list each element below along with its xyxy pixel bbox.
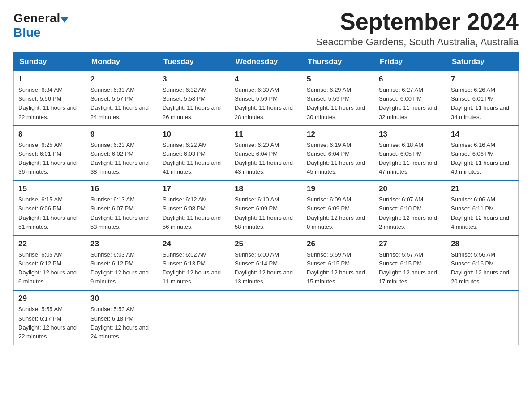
day-number: 21 [451, 184, 514, 193]
day-number: 26 [307, 240, 369, 248]
day-info: Sunrise: 6:18 AMSunset: 6:05 PMDaylight:… [379, 141, 442, 177]
calendar-cell: 18 Sunrise: 6:10 AMSunset: 6:09 PMDaylig… [230, 180, 302, 235]
logo-general: General [13, 11, 60, 26]
calendar-cell: 22 Sunrise: 6:05 AMSunset: 6:12 PMDaylig… [14, 235, 86, 291]
day-info: Sunrise: 6:27 AMSunset: 6:00 PMDaylight:… [379, 86, 442, 122]
day-info: Sunrise: 6:15 AMSunset: 6:06 PMDaylight:… [18, 195, 81, 231]
calendar-cell: 11 Sunrise: 6:20 AMSunset: 6:04 PMDaylig… [230, 126, 302, 181]
day-number: 25 [235, 240, 297, 248]
day-number: 28 [451, 240, 514, 248]
calendar-cell: 27 Sunrise: 5:57 AMSunset: 6:15 PMDaylig… [374, 235, 446, 291]
calendar-cell: 16 Sunrise: 6:13 AMSunset: 6:07 PMDaylig… [86, 180, 158, 235]
day-info: Sunrise: 6:19 AMSunset: 6:04 PMDaylight:… [307, 141, 369, 177]
calendar-cell: 20 Sunrise: 6:07 AMSunset: 6:10 PMDaylig… [374, 180, 446, 235]
calendar-cell: 17 Sunrise: 6:12 AMSunset: 6:08 PMDaylig… [158, 180, 230, 235]
header-tuesday: Tuesday [158, 53, 230, 71]
day-info: Sunrise: 6:25 AMSunset: 6:01 PMDaylight:… [18, 141, 81, 177]
day-info: Sunrise: 6:10 AMSunset: 6:09 PMDaylight:… [235, 195, 297, 231]
day-info: Sunrise: 6:09 AMSunset: 6:09 PMDaylight:… [307, 195, 369, 231]
day-number: 12 [307, 130, 369, 139]
header-saturday: Saturday [446, 53, 519, 71]
day-number: 7 [451, 75, 514, 84]
day-info: Sunrise: 5:56 AMSunset: 6:16 PMDaylight:… [451, 250, 514, 287]
day-number: 3 [163, 75, 225, 84]
day-number: 30 [90, 294, 153, 303]
day-number: 1 [18, 75, 81, 84]
day-number: 19 [307, 184, 369, 193]
day-info: Sunrise: 5:57 AMSunset: 6:15 PMDaylight:… [379, 250, 442, 287]
day-number: 20 [379, 184, 442, 193]
week-row-4: 22 Sunrise: 6:05 AMSunset: 6:12 PMDaylig… [14, 235, 519, 291]
calendar-cell: 2 Sunrise: 6:33 AMSunset: 5:57 PMDayligh… [86, 71, 158, 126]
day-number: 4 [235, 75, 297, 84]
day-info: Sunrise: 6:12 AMSunset: 6:08 PMDaylight:… [163, 195, 225, 231]
day-number: 16 [90, 184, 153, 193]
day-info: Sunrise: 6:23 AMSunset: 6:02 PMDaylight:… [90, 141, 153, 177]
day-info: Sunrise: 6:34 AMSunset: 5:56 PMDaylight:… [18, 86, 81, 122]
day-number: 11 [235, 130, 297, 139]
calendar-cell: 23 Sunrise: 6:03 AMSunset: 6:12 PMDaylig… [86, 235, 158, 291]
day-number: 24 [163, 240, 225, 248]
day-info: Sunrise: 6:06 AMSunset: 6:11 PMDaylight:… [451, 195, 514, 231]
page-header: General Blue September 2024 Seacombe Gar… [13, 9, 519, 48]
week-row-5: 29 Sunrise: 5:55 AMSunset: 6:17 PMDaylig… [14, 290, 519, 345]
calendar-cell: 14 Sunrise: 6:16 AMSunset: 6:06 PMDaylig… [446, 126, 519, 181]
calendar-cell: 25 Sunrise: 6:00 AMSunset: 6:14 PMDaylig… [230, 235, 302, 291]
day-number: 18 [235, 184, 297, 193]
calendar-cell: 12 Sunrise: 6:19 AMSunset: 6:04 PMDaylig… [302, 126, 374, 181]
calendar-cell: 28 Sunrise: 5:56 AMSunset: 6:16 PMDaylig… [446, 235, 519, 291]
logo-blue: Blue [13, 26, 41, 39]
day-number: 8 [18, 130, 81, 139]
calendar-cell: 9 Sunrise: 6:23 AMSunset: 6:02 PMDayligh… [86, 126, 158, 181]
day-info: Sunrise: 6:20 AMSunset: 6:04 PMDaylight:… [235, 141, 297, 177]
day-info: Sunrise: 5:55 AMSunset: 6:17 PMDaylight:… [18, 305, 81, 341]
day-number: 27 [379, 240, 442, 248]
day-number: 10 [163, 130, 225, 139]
page-title: September 2024 [316, 9, 519, 34]
day-info: Sunrise: 6:03 AMSunset: 6:12 PMDaylight:… [90, 250, 153, 287]
day-number: 23 [90, 240, 153, 248]
calendar-cell: 13 Sunrise: 6:18 AMSunset: 6:05 PMDaylig… [374, 126, 446, 181]
calendar-cell [158, 290, 230, 345]
calendar-cell: 10 Sunrise: 6:22 AMSunset: 6:03 PMDaylig… [158, 126, 230, 181]
header-thursday: Thursday [302, 53, 374, 71]
calendar-cell [374, 290, 446, 345]
header-wednesday: Wednesday [230, 53, 302, 71]
calendar-cell [446, 290, 519, 345]
day-info: Sunrise: 5:53 AMSunset: 6:18 PMDaylight:… [90, 305, 153, 341]
calendar-cell: 24 Sunrise: 6:02 AMSunset: 6:13 PMDaylig… [158, 235, 230, 291]
day-info: Sunrise: 6:05 AMSunset: 6:12 PMDaylight:… [18, 250, 81, 287]
calendar-cell: 30 Sunrise: 5:53 AMSunset: 6:18 PMDaylig… [86, 290, 158, 345]
day-number: 6 [379, 75, 442, 84]
day-number: 29 [18, 294, 81, 303]
logo-triangle-icon [60, 17, 69, 23]
calendar-cell: 29 Sunrise: 5:55 AMSunset: 6:17 PMDaylig… [14, 290, 86, 345]
day-info: Sunrise: 6:16 AMSunset: 6:06 PMDaylight:… [451, 141, 514, 177]
week-row-1: 1 Sunrise: 6:34 AMSunset: 5:56 PMDayligh… [14, 71, 519, 126]
calendar-cell: 7 Sunrise: 6:26 AMSunset: 6:01 PMDayligh… [446, 71, 519, 126]
day-number: 9 [90, 130, 153, 139]
calendar-cell: 26 Sunrise: 5:59 AMSunset: 6:15 PMDaylig… [302, 235, 374, 291]
day-info: Sunrise: 6:00 AMSunset: 6:14 PMDaylight:… [235, 250, 297, 287]
header-monday: Monday [86, 53, 158, 71]
day-info: Sunrise: 6:13 AMSunset: 6:07 PMDaylight:… [90, 195, 153, 231]
page-location: Seacombe Gardens, South Australia, Austr… [316, 36, 519, 48]
calendar-cell: 5 Sunrise: 6:29 AMSunset: 5:59 PMDayligh… [302, 71, 374, 126]
day-info: Sunrise: 6:32 AMSunset: 5:58 PMDaylight:… [163, 86, 225, 122]
calendar-cell: 8 Sunrise: 6:25 AMSunset: 6:01 PMDayligh… [14, 126, 86, 181]
day-info: Sunrise: 5:59 AMSunset: 6:15 PMDaylight:… [307, 250, 369, 287]
week-row-2: 8 Sunrise: 6:25 AMSunset: 6:01 PMDayligh… [14, 126, 519, 181]
logo: General Blue [13, 9, 69, 40]
calendar-cell: 1 Sunrise: 6:34 AMSunset: 5:56 PMDayligh… [14, 71, 86, 126]
title-block: September 2024 Seacombe Gardens, South A… [316, 9, 519, 48]
calendar-cell: 6 Sunrise: 6:27 AMSunset: 6:00 PMDayligh… [374, 71, 446, 126]
calendar-cell: 19 Sunrise: 6:09 AMSunset: 6:09 PMDaylig… [302, 180, 374, 235]
calendar-cell: 3 Sunrise: 6:32 AMSunset: 5:58 PMDayligh… [158, 71, 230, 126]
calendar-cell: 15 Sunrise: 6:15 AMSunset: 6:06 PMDaylig… [14, 180, 86, 235]
day-number: 22 [18, 240, 81, 248]
day-number: 2 [90, 75, 153, 84]
calendar-table: SundayMondayTuesdayWednesdayThursdayFrid… [13, 52, 519, 345]
calendar-cell [230, 290, 302, 345]
day-info: Sunrise: 6:26 AMSunset: 6:01 PMDaylight:… [451, 86, 514, 122]
day-number: 15 [18, 184, 81, 193]
